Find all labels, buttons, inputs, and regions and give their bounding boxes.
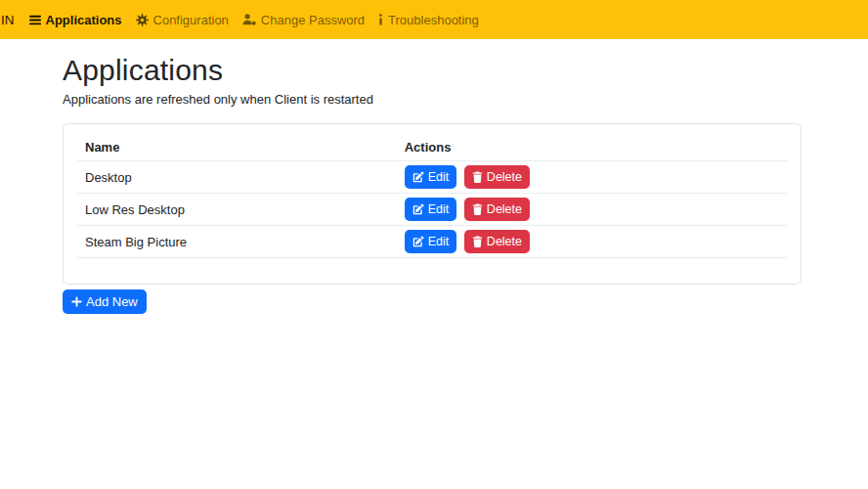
edit-button-label: Edit xyxy=(428,203,450,216)
trash-icon xyxy=(472,236,483,247)
delete-button[interactable]: Delete xyxy=(464,198,530,221)
top-navbar: IN Applications xyxy=(0,0,868,39)
column-header-actions: Actions xyxy=(397,134,787,161)
delete-button-label: Delete xyxy=(487,171,522,184)
nav-item-label: Troubleshooting xyxy=(388,13,479,27)
add-new-button-label: Add New xyxy=(86,295,138,308)
actions-cell: Edit Delete xyxy=(397,226,787,258)
edit-button[interactable]: Edit xyxy=(405,165,457,189)
brand-fragment[interactable]: IN xyxy=(1,13,15,27)
edit-icon xyxy=(412,171,424,183)
edit-button[interactable]: Edit xyxy=(405,230,457,253)
table-header-row: Name Actions xyxy=(77,134,787,161)
app-name-cell: Desktop xyxy=(77,161,397,194)
add-new-button[interactable]: Add New xyxy=(63,289,147,314)
edit-button[interactable]: Edit xyxy=(405,198,457,221)
user-icon xyxy=(242,14,256,25)
main-content: Applications Applications are refreshed … xyxy=(63,54,802,314)
applications-table: Name Actions Desktop xyxy=(77,134,787,258)
edit-button-label: Edit xyxy=(428,236,450,248)
column-header-name: Name xyxy=(77,134,397,161)
delete-button[interactable]: Delete xyxy=(464,165,530,189)
info-icon xyxy=(378,14,383,25)
app-name-cell: Steam Big Picture xyxy=(77,226,397,258)
delete-button[interactable]: Delete xyxy=(464,230,530,253)
nav-item-change-password[interactable]: Change Password xyxy=(236,0,371,39)
app-name-cell: Low Res Desktop xyxy=(77,194,397,226)
edit-icon xyxy=(412,203,424,215)
nav-item-label: Configuration xyxy=(153,13,229,27)
actions-cell: Edit Delete xyxy=(397,161,787,194)
bars-icon xyxy=(29,15,41,25)
delete-button-label: Delete xyxy=(487,203,522,216)
delete-button-label: Delete xyxy=(487,236,522,248)
actions-cell: Edit Delete xyxy=(397,194,787,226)
gear-icon xyxy=(136,14,149,26)
table-row: Desktop Edit xyxy=(77,161,787,194)
nav-item-configuration[interactable]: Configuration xyxy=(129,0,236,39)
page-subtitle: Applications are refreshed only when Cli… xyxy=(63,92,802,107)
nav-item-applications[interactable]: Applications xyxy=(22,0,129,39)
nav-item-label: Applications xyxy=(46,13,122,27)
edit-icon xyxy=(412,236,424,247)
applications-card: Name Actions Desktop xyxy=(63,123,802,285)
trash-icon xyxy=(472,203,483,215)
nav-item-troubleshooting[interactable]: Troubleshooting xyxy=(371,0,486,39)
edit-button-label: Edit xyxy=(428,171,450,184)
page-title: Applications xyxy=(63,54,802,86)
plus-icon xyxy=(71,296,82,307)
nav-item-label: Change Password xyxy=(261,13,365,27)
trash-icon xyxy=(472,171,483,183)
table-row: Low Res Desktop Edit xyxy=(77,194,787,226)
table-row: Steam Big Picture Edit xyxy=(77,226,787,258)
